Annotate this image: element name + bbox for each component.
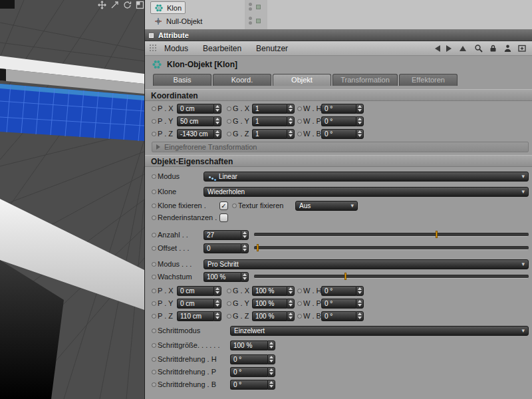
stepper-up-icon[interactable] [243,245,247,247]
textur-fixieren-dropdown[interactable]: Aus ▾ [295,201,358,211]
stepper[interactable] [287,116,295,126]
field-value[interactable]: 0 cm [177,299,213,309]
anzahl-field[interactable]: 27 [203,230,249,240]
keyframe-circle-icon[interactable] [152,301,156,306]
stepper-down-icon[interactable] [289,304,293,307]
up-arrow-icon[interactable] [460,46,466,51]
field-value[interactable]: 50 cm [177,116,213,126]
scale-x-field[interactable]: 1 [252,104,295,114]
stepper[interactable] [287,311,295,321]
field-value[interactable]: 0 ° [321,286,356,296]
field-value[interactable]: -1430 cm [177,129,213,139]
stepper[interactable] [356,299,364,309]
schrittdrehung-b-field[interactable]: 0 ° [230,380,275,390]
section-header-objekt[interactable]: Objekt-Eigenschaften [145,155,532,167]
stepper[interactable] [267,380,275,390]
step-rotation-h-field[interactable]: 0 ° [321,286,364,296]
offset-slider[interactable] [254,246,529,250]
rotate-icon[interactable] [122,1,132,9]
stepper-down-icon[interactable] [215,134,219,137]
stepper-up-icon[interactable] [289,300,293,303]
keyframe-circle-icon[interactable] [152,203,156,208]
history-forward-icon[interactable] [446,45,452,52]
position-x-field[interactable]: 0 cm [177,104,221,114]
stepper[interactable] [267,367,275,377]
anzahl-slider[interactable] [254,233,529,237]
maximize-view-icon[interactable] [135,1,145,9]
zoom-icon[interactable] [110,1,120,9]
stepper-up-icon[interactable] [215,300,219,303]
stepper[interactable] [213,311,221,321]
new-panel-icon[interactable] [518,44,527,53]
user-icon[interactable] [503,44,512,53]
stepper-up-icon[interactable] [269,368,273,371]
wachstum-slider[interactable] [254,275,529,279]
stepper[interactable] [356,116,364,126]
stepper-down-icon[interactable] [289,122,293,124]
schrittgroesse-field[interactable]: 100 % [230,340,275,350]
stepper-down-icon[interactable] [358,317,362,319]
stepper-up-icon[interactable] [289,287,293,290]
pan-icon[interactable] [97,1,107,9]
keyframe-circle-icon[interactable] [297,314,302,319]
stepper[interactable] [287,286,295,296]
step-position-z-field[interactable]: 110 cm [177,311,221,321]
keyframe-circle-icon[interactable] [227,132,231,136]
search-icon[interactable] [474,44,483,53]
stepper-down-icon[interactable] [269,346,273,348]
keyframe-circle-icon[interactable] [297,106,302,111]
keyframe-circle-icon[interactable] [152,289,156,293]
keyframe-circle-icon[interactable] [152,329,156,333]
rotation-b-field[interactable]: 0 ° [321,129,364,139]
stepper-up-icon[interactable] [215,130,219,133]
stepper-down-icon[interactable] [243,277,247,280]
stepper-up-icon[interactable] [358,300,362,303]
stepper[interactable] [213,116,221,126]
enabled-toggle[interactable] [256,5,261,9]
keyframe-circle-icon[interactable] [152,275,156,279]
slider-handle[interactable] [257,244,259,251]
field-value[interactable]: 100 % [252,311,287,321]
keyframe-circle-icon[interactable] [152,357,156,362]
object-row-klon[interactable]: Klon [150,1,186,14]
keyframe-circle-icon[interactable] [152,370,156,374]
step-position-y-field[interactable]: 0 cm [177,299,221,309]
keyframe-circle-icon[interactable] [232,203,237,208]
stepper-up-icon[interactable] [243,231,247,234]
stepper[interactable] [356,311,364,321]
frozen-transformation-group[interactable]: Eingefrorene Transformation [152,142,529,152]
stepper-up-icon[interactable] [289,118,293,120]
render-visibility-dot[interactable] [249,7,252,11]
stepper-up-icon[interactable] [215,313,219,315]
viewport-3d[interactable] [0,0,144,399]
stepper-down-icon[interactable] [269,372,273,375]
modus-dropdown[interactable]: Linear ▾ [203,172,529,182]
renderinstanzen-checkbox[interactable] [219,213,228,222]
field-value[interactable]: 110 cm [177,311,213,321]
stepper[interactable] [356,104,364,114]
field-value[interactable]: 0 cm [177,104,213,114]
stepper-down-icon[interactable] [358,291,362,294]
history-back-icon[interactable] [435,45,440,52]
stepper-down-icon[interactable] [215,109,219,112]
stepper[interactable] [213,286,221,296]
field-value[interactable]: 100 % [252,286,287,296]
field-value[interactable]: 0 ° [230,354,267,364]
menu-bearbeiten[interactable]: Bearbeiten [203,44,241,53]
step-rotation-p-field[interactable]: 0 ° [321,299,364,309]
scale-z-field[interactable]: 1 [252,129,295,139]
stepper[interactable] [213,129,221,139]
enabled-toggle[interactable] [256,19,261,23]
field-value[interactable]: 1 [252,116,287,126]
stepper-up-icon[interactable] [215,118,219,120]
step-scale-z-field[interactable]: 100 % [252,311,295,321]
stepper-down-icon[interactable] [269,385,273,388]
wachstum-field[interactable]: 100 % [203,272,249,282]
step-scale-x-field[interactable]: 100 % [252,286,295,296]
stepper[interactable] [213,299,221,309]
stepper-up-icon[interactable] [358,287,362,290]
field-value[interactable]: 100 % [230,340,267,350]
step-position-x-field[interactable]: 0 cm [177,286,221,296]
section-header-koordinaten[interactable]: Koordinaten [145,89,532,101]
stepper[interactable] [213,104,221,114]
